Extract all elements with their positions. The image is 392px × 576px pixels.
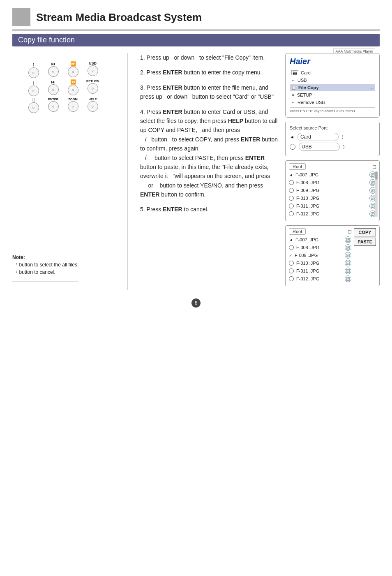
usb-option-box: USB xyxy=(299,143,340,151)
folder-icon-1: □ xyxy=(373,164,376,170)
remote-col-up: ↑ ○ xyxy=(25,61,43,79)
left-panel-divider xyxy=(12,282,78,282)
file-browser-1-header: Root □ xyxy=(289,163,376,170)
root-label-2: Root xyxy=(289,228,306,235)
file-2-1-info: 🔄 xyxy=(345,236,351,243)
paste-button[interactable]: PASTE xyxy=(354,238,376,246)
file-item-2-2: F-008 .JPG 🔄 xyxy=(289,244,351,251)
file-browser-1: Root □ ◄ F-007 .JPG 🔄 F-008 .JPG xyxy=(285,160,380,221)
page-number-area: 6 xyxy=(12,298,380,308)
haier-subtitle: AAA Multimedia Player xyxy=(333,49,375,54)
note-title: Note: xyxy=(12,254,119,260)
remote-control-diagram: ↑ ○ ⏮ ○ ⏩ ○ USB ○ ↓ xyxy=(25,61,107,114)
pause-label: || xyxy=(32,97,35,102)
remote-col-prev: ⏮ ○ xyxy=(44,61,62,79)
haier-caption: Press ENTER key to enter COPY menu xyxy=(290,107,375,113)
usb-option-label: USB xyxy=(302,144,312,150)
file-2-2-radio xyxy=(289,245,294,250)
haier-menu-removeusb: ← Remove USB xyxy=(290,99,375,106)
file-item-2-6: F-012 .JPG 🔄 xyxy=(289,275,351,282)
rew-label: ⏪ xyxy=(70,79,76,85)
file-item-2-1: ◄ F-007 .JPG 🔄 xyxy=(289,236,351,243)
file-item-1-3: F-009 .JPG 🔄 xyxy=(289,187,376,194)
haier-menu-usb: ← USB xyxy=(290,77,375,83)
logo-block xyxy=(12,8,30,26)
file-1-6-name: F-012 .JPG xyxy=(296,211,319,216)
file-1-2-radio xyxy=(289,180,294,185)
remote-col-return: RETURN ○ xyxy=(84,79,102,97)
remote-col-enter: ENTER ○ xyxy=(44,97,62,113)
enter-btn: ○ xyxy=(48,101,59,112)
remote-col-rew: ⏪ ○ xyxy=(64,79,82,97)
file-2-1-left-arrow: ◄ xyxy=(289,238,293,242)
page-header: Stream Media Broadcast System xyxy=(12,8,380,30)
file-2-4-info: 🔄 xyxy=(345,260,351,266)
help-btn: ○ xyxy=(88,101,98,112)
prev-label: ⏮ xyxy=(51,61,55,66)
source-select-box: Select source Port: ◄ Card ) USB ) xyxy=(285,122,380,156)
page-title: Stream Media Broadcast System xyxy=(36,11,202,24)
help-label: HELP xyxy=(88,97,97,101)
right-paren-card: ) xyxy=(342,134,344,139)
file-1-5-name: F-011 .JPG xyxy=(296,204,319,208)
file-1-5-radio xyxy=(289,204,294,208)
root-label-1: Root xyxy=(289,163,306,170)
haier-filecopy-label: File Copy xyxy=(298,85,319,90)
haier-menu-setup: ⚙ SETUP xyxy=(290,92,375,98)
note-icon-2: ↓ xyxy=(16,269,18,273)
file-1-4-name: F-010 .JPG xyxy=(296,196,319,201)
haier-card-label: Card xyxy=(301,70,311,75)
page-dot: 6 xyxy=(191,298,201,308)
enter-label: ENTER xyxy=(48,97,58,101)
file-item-2-5: F-011 .JPG 🔄 xyxy=(289,268,351,274)
file-item-2-3: ✓ F-009 .JPG 🔄 xyxy=(289,252,351,259)
up-arrow-label: ↑ xyxy=(32,61,35,67)
file-2-5-info: 🔄 xyxy=(345,268,351,274)
haier-removeusb-label: Remove USB xyxy=(297,100,325,105)
file-1-4-radio xyxy=(289,196,294,201)
section-title: Copy file function xyxy=(18,36,75,44)
haier-menu-filecopy: 📋 File Copy → xyxy=(290,84,375,91)
scrollbar-1-thumb xyxy=(375,171,378,180)
file-2-4-radio xyxy=(289,261,294,266)
main-layout: ↑ ○ ⏮ ○ ⏩ ○ USB ○ ↓ xyxy=(12,53,380,290)
zoom-label: ZOOM xyxy=(68,97,78,101)
remote-col-usb: USB ○ xyxy=(84,61,102,79)
down-arrow-label: ↓ xyxy=(32,79,35,86)
section-bar: Copy file function xyxy=(12,34,380,46)
file-2-5-name: F-011 .JPG xyxy=(296,268,319,273)
file-item-1-6: F-012 .JPG 🔄 xyxy=(289,211,376,217)
remote-col-next: ⏭ ○ xyxy=(44,79,62,97)
return-btn: ○ xyxy=(88,83,98,94)
haier-card-icon: 📷 xyxy=(291,70,298,75)
usb-label: USB xyxy=(89,61,97,65)
prev-btn: ○ xyxy=(48,66,59,77)
file-2-3-check: ✓ xyxy=(289,253,292,258)
remote-col-help: HELP ○ xyxy=(84,97,102,113)
source-title: Select source Port: xyxy=(290,125,375,130)
file-2-5-radio xyxy=(289,268,294,273)
rew-btn: ○ xyxy=(68,85,78,95)
up-btn: ○ xyxy=(28,67,39,78)
note-line-1: ↑ button to select the all files; xyxy=(12,262,119,268)
file-2-3-name: F-009 .JPG xyxy=(295,253,318,258)
next-label: ⏭ xyxy=(51,79,55,84)
note-line-2: ↓ button to cancel. xyxy=(12,269,119,275)
haier-filecopy-arrow: → xyxy=(369,86,374,90)
left-arrow-card: ◄ xyxy=(290,134,294,139)
haier-usb-label: USB xyxy=(297,78,307,83)
remote-col-down: ↓ ○ xyxy=(25,79,43,97)
source-option-card: ◄ Card ) xyxy=(290,133,375,141)
card-option-box: Card xyxy=(297,133,339,141)
note-icon-1: ↑ xyxy=(16,262,18,266)
copy-button[interactable]: COPY xyxy=(354,228,376,236)
haier-brand: Haier xyxy=(290,57,310,66)
file-1-3-radio xyxy=(289,188,294,193)
file-list-1-wrapper: ◄ F-007 .JPG 🔄 F-008 .JPG 🔄 F-009 .JPG xyxy=(289,171,376,217)
pause-btn: ○ xyxy=(28,102,39,113)
vertical-divider xyxy=(127,53,128,290)
file-2-6-radio xyxy=(289,276,294,281)
ui-diagrams: Haier AAA Multimedia Player 📷 Card ← USB… xyxy=(285,53,380,290)
haier-removeusb-icon: ← xyxy=(291,100,295,104)
file-item-1-4: F-010 .JPG 🔄 xyxy=(289,195,376,201)
